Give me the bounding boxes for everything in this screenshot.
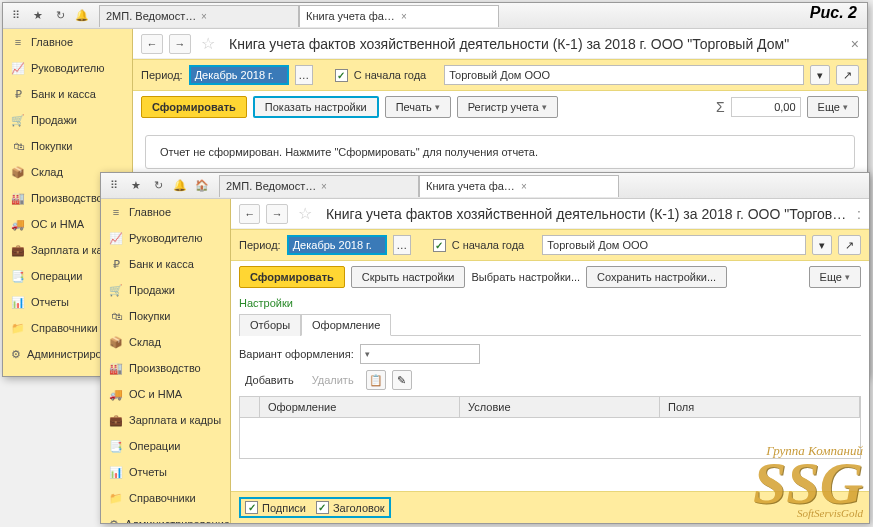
bell-icon[interactable]: 🔔 xyxy=(73,7,91,25)
action-bar: Сформировать Показать настройки Печать Р… xyxy=(133,91,867,123)
sidebar-item-bank[interactable]: ₽Банк и касса xyxy=(3,81,132,107)
add-button[interactable]: Добавить xyxy=(239,372,300,388)
since-year-checkbox[interactable] xyxy=(335,69,348,82)
forward-button[interactable]: → xyxy=(266,204,287,224)
tab-1[interactable]: 2МП. Ведомость материально-про...× xyxy=(219,175,419,197)
sidebar-item-main[interactable]: ≡Главное xyxy=(101,199,230,225)
org-dropdown-button[interactable]: ▾ xyxy=(810,65,830,85)
header-checkbox[interactable] xyxy=(316,501,329,514)
since-year-checkbox[interactable] xyxy=(433,239,446,252)
footer-highlight: Подписи Заголовок xyxy=(239,497,391,518)
delete-button[interactable]: Удалить xyxy=(306,372,360,388)
choose-settings-button[interactable]: Выбрать настройки... xyxy=(471,271,580,283)
org-input[interactable]: Торговый Дом ООО xyxy=(444,65,804,85)
save-settings-button[interactable]: Сохранить настройки... xyxy=(586,266,727,288)
period-picker-button[interactable]: … xyxy=(393,235,411,255)
factory-icon: 🏭 xyxy=(109,361,123,375)
back-button[interactable]: ← xyxy=(141,34,163,54)
star-icon[interactable]: ★ xyxy=(29,7,47,25)
truck-icon: 🚚 xyxy=(11,217,25,231)
close-icon[interactable]: × xyxy=(201,11,292,22)
sidebar-item-production[interactable]: 🏭Производство xyxy=(101,355,230,381)
apps-icon[interactable]: ⠿ xyxy=(7,7,25,25)
more-button[interactable]: Еще xyxy=(809,266,861,288)
sidebar-item-refs[interactable]: 📁Справочники xyxy=(101,485,230,511)
page-title: Книга учета фактов хозяйственной деятель… xyxy=(229,36,789,52)
period-input[interactable]: Декабрь 2018 г. xyxy=(287,235,387,255)
sidebar-item-purchases[interactable]: 🛍Покупки xyxy=(3,133,132,159)
org-open-button[interactable]: ↗ xyxy=(836,65,859,85)
form-button[interactable]: Сформировать xyxy=(239,266,345,288)
history-icon[interactable]: ↻ xyxy=(149,177,167,195)
folder-icon: 📁 xyxy=(11,321,25,335)
org-open-button[interactable]: ↗ xyxy=(838,235,861,255)
tab-filters[interactable]: Отборы xyxy=(239,314,301,336)
sidebar: ≡Главное 📈Руководителю ₽Банк и касса 🛒Пр… xyxy=(101,199,231,523)
sidebar-item-payroll[interactable]: 💼Зарплата и кадры xyxy=(101,407,230,433)
grid-body[interactable] xyxy=(240,418,860,458)
close-button[interactable]: × xyxy=(851,36,859,52)
content: ← → ☆ Книга учета фактов хозяйственной д… xyxy=(231,199,869,523)
favorite-icon[interactable]: ☆ xyxy=(298,204,312,223)
close-button[interactable]: : xyxy=(857,206,861,222)
sidebar-item-purchases[interactable]: 🛍Покупки xyxy=(101,303,230,329)
register-button[interactable]: Регистр учета xyxy=(457,96,558,118)
sidebar-item-sales[interactable]: 🛒Продажи xyxy=(101,277,230,303)
close-icon[interactable]: × xyxy=(401,11,492,22)
period-input[interactable]: Декабрь 2018 г. xyxy=(189,65,289,85)
home-icon[interactable]: 🏠 xyxy=(193,177,211,195)
back-button[interactable]: ← xyxy=(239,204,260,224)
hide-settings-button[interactable]: Скрыть настройки xyxy=(351,266,466,288)
star-icon[interactable]: ★ xyxy=(127,177,145,195)
org-input[interactable]: Торговый Дом ООО xyxy=(542,235,806,255)
gear-icon: ⚙ xyxy=(109,517,119,523)
sidebar-item-reports[interactable]: 📊Отчеты xyxy=(101,459,230,485)
close-icon[interactable]: × xyxy=(321,181,412,192)
report-icon: 📊 xyxy=(109,465,123,479)
more-button[interactable]: Еще xyxy=(807,96,859,118)
sidebar-item-manager[interactable]: 📈Руководителю xyxy=(101,225,230,251)
sidebar-item-warehouse[interactable]: 📦Склад xyxy=(101,329,230,355)
org-dropdown-button[interactable]: ▾ xyxy=(812,235,832,255)
copy-icon[interactable]: 📋 xyxy=(366,370,386,390)
grid-col-formatting: Оформление xyxy=(260,397,460,417)
print-button[interactable]: Печать xyxy=(385,96,451,118)
history-icon[interactable]: ↻ xyxy=(51,7,69,25)
apps-icon[interactable]: ⠿ xyxy=(105,177,123,195)
sidebar-item-sales[interactable]: 🛒Продажи xyxy=(3,107,132,133)
bell-icon[interactable]: 🔔 xyxy=(171,177,189,195)
sidebar-item-main[interactable]: ≡Главное xyxy=(3,29,132,55)
period-bar: Период: Декабрь 2018 г. … С начала года … xyxy=(231,229,869,261)
sidebar-item-admin[interactable]: ⚙Администрирование xyxy=(101,511,230,523)
forward-button[interactable]: → xyxy=(169,34,191,54)
tab-1[interactable]: 2МП. Ведомость материально-произво...× xyxy=(99,5,299,27)
action-bar: Сформировать Скрыть настройки Выбрать на… xyxy=(231,261,869,293)
variant-label: Вариант оформления: xyxy=(239,348,354,360)
sidebar-item-bank[interactable]: ₽Банк и касса xyxy=(101,251,230,277)
sidebar-item-operations[interactable]: 📑Операции xyxy=(101,433,230,459)
chart-icon: 📈 xyxy=(11,61,25,75)
tab-2[interactable]: Книга учета фактов хозяйственной дея...× xyxy=(299,5,499,27)
grid-col-condition: Условие xyxy=(460,397,660,417)
basket-icon: 🛍 xyxy=(109,309,123,323)
sigma-icon: Σ xyxy=(716,99,725,115)
form-button[interactable]: Сформировать xyxy=(141,96,247,118)
ledger-icon: 📑 xyxy=(109,439,123,453)
close-icon[interactable]: × xyxy=(521,181,612,192)
show-settings-button[interactable]: Показать настройки xyxy=(253,96,379,118)
window-front: ⠿ ★ ↻ 🔔 🏠 2МП. Ведомость материально-про… xyxy=(100,172,870,524)
page-toolbar: ← → ☆ Книга учета фактов хозяйственной д… xyxy=(133,29,867,59)
variant-select[interactable] xyxy=(360,344,480,364)
factory-icon: 🏭 xyxy=(11,191,25,205)
tab-formatting[interactable]: Оформление xyxy=(301,314,391,336)
tab-2[interactable]: Книга учета фактов хозяйственной...× xyxy=(419,175,619,197)
ruble-icon: ₽ xyxy=(109,257,123,271)
sidebar-item-manager[interactable]: 📈Руководителю xyxy=(3,55,132,81)
sidebar-item-assets[interactable]: 🚚ОС и НМА xyxy=(101,381,230,407)
period-picker-button[interactable]: … xyxy=(295,65,313,85)
grid-col-checkbox xyxy=(240,397,260,417)
signatures-checkbox[interactable] xyxy=(245,501,258,514)
ledger-icon: 📑 xyxy=(11,269,25,283)
edit-icon[interactable]: ✎ xyxy=(392,370,412,390)
favorite-icon[interactable]: ☆ xyxy=(201,34,215,53)
